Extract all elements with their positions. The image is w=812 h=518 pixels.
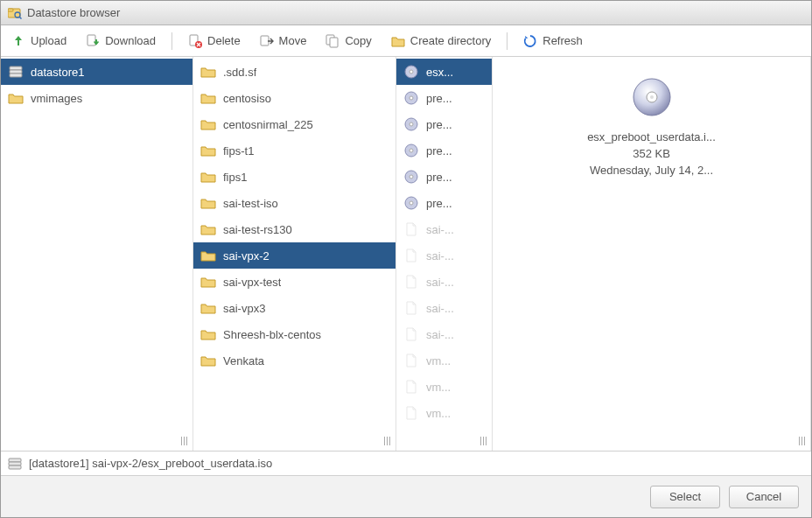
folder-icon xyxy=(200,117,216,131)
refresh-button[interactable]: Refresh xyxy=(520,31,586,52)
column-files: esx...pre...pre...pre...pre...pre...sai-… xyxy=(396,57,493,451)
file-row[interactable]: esx... xyxy=(396,59,492,85)
file-row[interactable]: pre... xyxy=(396,164,492,190)
datastore-icon xyxy=(8,458,22,470)
svg-rect-29 xyxy=(9,462,21,466)
row-label: datastore1 xyxy=(31,66,84,79)
svg-point-20 xyxy=(410,149,413,152)
row-label: pre... xyxy=(426,92,452,105)
file-row[interactable]: pre... xyxy=(396,137,492,164)
row-label: .sdd.sf xyxy=(223,66,256,79)
file-row[interactable]: sai-... xyxy=(396,216,492,242)
file-row[interactable]: sai-... xyxy=(396,321,492,347)
copy-button[interactable]: Copy xyxy=(322,31,374,52)
folder-icon xyxy=(200,327,216,341)
row-label: sai-... xyxy=(426,328,454,341)
svg-point-16 xyxy=(410,96,413,100)
datastore-icon xyxy=(8,65,24,79)
preview-filename: esx_preboot_userdata.i... xyxy=(587,130,716,144)
folder-icon xyxy=(200,354,216,368)
browser-columns: datastore1vmimages .sdd.sfcentosisocento… xyxy=(1,57,811,451)
disc-icon xyxy=(631,76,673,118)
file-icon xyxy=(403,248,419,262)
file-row[interactable]: sai-... xyxy=(396,269,492,295)
preview-pane: esx_preboot_userdata.i... 352 KB Wednesd… xyxy=(493,57,811,451)
svg-rect-7 xyxy=(261,36,269,46)
file-icon xyxy=(403,222,419,236)
upload-button[interactable]: Upload xyxy=(8,31,70,52)
svg-point-24 xyxy=(410,201,413,205)
row-label: sai-... xyxy=(426,223,454,236)
svg-point-22 xyxy=(410,175,413,178)
file-icon xyxy=(403,301,419,315)
file-row[interactable]: sai-... xyxy=(396,295,492,321)
disc-icon xyxy=(403,117,419,131)
folder-row[interactable]: sai-vpx-2 xyxy=(193,242,396,269)
resize-grip-icon[interactable] xyxy=(384,437,393,445)
move-button[interactable]: Move xyxy=(256,31,311,52)
svg-rect-12 xyxy=(10,74,22,77)
folder-row[interactable]: fips-t1 xyxy=(193,137,396,164)
status-path: [datastore1] sai-vpx-2/esx_preboot_userd… xyxy=(29,457,272,470)
folder-row[interactable]: sai-test-iso xyxy=(193,190,396,216)
row-label: sai-vpx-2 xyxy=(223,249,270,262)
file-icon xyxy=(403,275,419,289)
row-label: sai-... xyxy=(426,249,454,262)
svg-rect-9 xyxy=(330,38,338,47)
row-label: pre... xyxy=(426,171,452,184)
svg-rect-28 xyxy=(9,458,21,462)
datastore-row[interactable]: vmimages xyxy=(1,85,192,111)
folder-row[interactable]: centosiso xyxy=(193,85,396,111)
row-label: vm... xyxy=(426,354,451,368)
datastore-row[interactable]: datastore1 xyxy=(1,59,192,85)
file-row[interactable]: pre... xyxy=(396,111,492,137)
resize-grip-icon[interactable] xyxy=(799,437,808,445)
folder-icon xyxy=(200,248,216,262)
svg-point-27 xyxy=(650,95,654,99)
toolbar: Upload Download Delete xyxy=(1,25,811,57)
file-row[interactable]: sai-... xyxy=(396,242,492,269)
folder-icon xyxy=(200,222,216,236)
download-button[interactable]: Download xyxy=(82,31,159,52)
resize-grip-icon[interactable] xyxy=(480,437,489,445)
cancel-button[interactable]: Cancel xyxy=(729,486,799,508)
column-folders: .sdd.sfcentosisocentosnirmal_225fips-t1f… xyxy=(193,57,396,451)
select-button[interactable]: Select xyxy=(650,486,720,508)
folder-row[interactable]: centosnirmal_225 xyxy=(193,111,396,137)
file-row[interactable]: pre... xyxy=(396,85,492,111)
preview-size: 352 KB xyxy=(633,147,670,160)
folder-row[interactable]: sai-vpx-test xyxy=(193,269,396,295)
folder-icon xyxy=(200,91,216,105)
svg-rect-30 xyxy=(9,466,21,469)
column-datastores: datastore1vmimages xyxy=(1,57,193,451)
folder-row[interactable]: sai-vpx3 xyxy=(193,295,396,321)
row-label: Shreesh-blx-centos xyxy=(223,328,321,341)
folder-row[interactable]: sai-test-rs130 xyxy=(193,216,396,242)
folder-row[interactable]: Shreesh-blx-centos xyxy=(193,321,396,347)
dialog-footer: Select Cancel xyxy=(1,475,811,517)
file-row[interactable]: pre... xyxy=(396,190,492,216)
row-label: pre... xyxy=(426,118,452,131)
file-row[interactable]: vm... xyxy=(396,374,492,400)
folder-row[interactable]: Venkata xyxy=(193,347,396,374)
resize-grip-icon[interactable] xyxy=(181,437,190,445)
delete-button[interactable]: Delete xyxy=(185,31,244,52)
row-label: sai-... xyxy=(426,276,454,289)
file-row[interactable]: vm... xyxy=(396,400,492,426)
create-directory-button[interactable]: Create directory xyxy=(388,31,494,52)
folder-row[interactable]: .sdd.sf xyxy=(193,59,396,85)
row-label: fips1 xyxy=(223,171,247,184)
disc-icon xyxy=(403,170,419,184)
row-label: pre... xyxy=(426,144,452,158)
row-label: sai-... xyxy=(426,302,454,315)
row-label: sai-test-iso xyxy=(223,197,278,210)
svg-rect-11 xyxy=(10,70,22,74)
file-icon xyxy=(403,354,419,368)
search-folder-icon xyxy=(8,6,22,20)
row-label: sai-vpx-test xyxy=(223,276,281,289)
svg-point-18 xyxy=(410,122,413,126)
disc-icon xyxy=(403,144,419,158)
file-row[interactable]: vm... xyxy=(396,347,492,374)
preview-date: Wednesday, July 14, 2... xyxy=(590,164,713,177)
folder-row[interactable]: fips1 xyxy=(193,164,396,190)
